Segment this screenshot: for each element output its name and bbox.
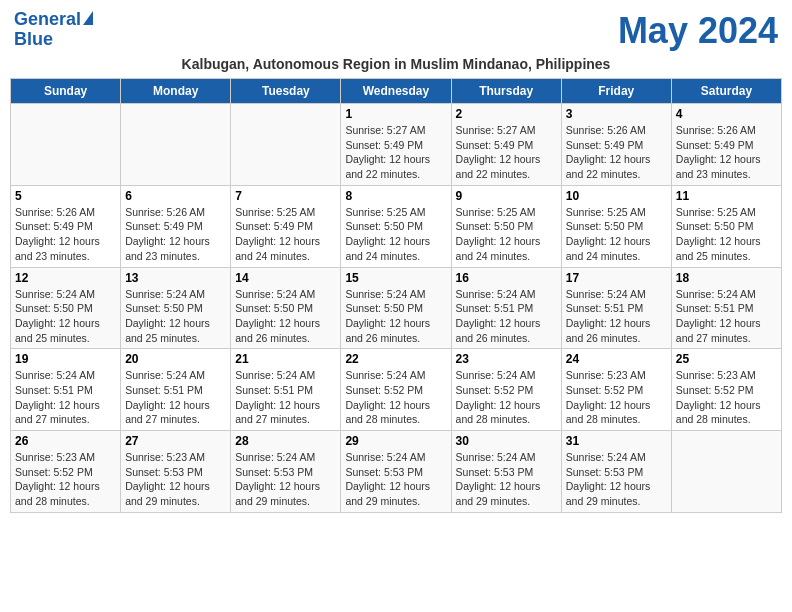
day-number: 9 [456,189,557,203]
weekday-header-saturday: Saturday [671,79,781,104]
calendar-week-row: 1Sunrise: 5:27 AMSunset: 5:49 PMDaylight… [11,104,782,186]
calendar-week-row: 12Sunrise: 5:24 AMSunset: 5:50 PMDayligh… [11,267,782,349]
day-number: 8 [345,189,446,203]
calendar-subtitle: Kalbugan, Autonomous Region in Muslim Mi… [10,56,782,72]
calendar-cell: 8Sunrise: 5:25 AMSunset: 5:50 PMDaylight… [341,185,451,267]
page-header: General Blue May 2024 [10,10,782,52]
calendar-cell [121,104,231,186]
day-number: 12 [15,271,116,285]
calendar-cell: 12Sunrise: 5:24 AMSunset: 5:50 PMDayligh… [11,267,121,349]
calendar-cell: 29Sunrise: 5:24 AMSunset: 5:53 PMDayligh… [341,431,451,513]
day-info: Sunrise: 5:27 AMSunset: 5:49 PMDaylight:… [456,123,557,182]
day-info: Sunrise: 5:24 AMSunset: 5:50 PMDaylight:… [235,287,336,346]
day-info: Sunrise: 5:24 AMSunset: 5:51 PMDaylight:… [15,368,116,427]
day-number: 5 [15,189,116,203]
day-number: 18 [676,271,777,285]
day-number: 3 [566,107,667,121]
calendar-cell: 1Sunrise: 5:27 AMSunset: 5:49 PMDaylight… [341,104,451,186]
day-number: 1 [345,107,446,121]
calendar-cell: 30Sunrise: 5:24 AMSunset: 5:53 PMDayligh… [451,431,561,513]
day-number: 13 [125,271,226,285]
day-number: 7 [235,189,336,203]
calendar-cell: 15Sunrise: 5:24 AMSunset: 5:50 PMDayligh… [341,267,451,349]
day-info: Sunrise: 5:23 AMSunset: 5:53 PMDaylight:… [125,450,226,509]
day-number: 15 [345,271,446,285]
day-info: Sunrise: 5:27 AMSunset: 5:49 PMDaylight:… [345,123,446,182]
weekday-header-thursday: Thursday [451,79,561,104]
weekday-header-wednesday: Wednesday [341,79,451,104]
day-number: 23 [456,352,557,366]
day-number: 25 [676,352,777,366]
day-number: 22 [345,352,446,366]
day-number: 6 [125,189,226,203]
day-number: 28 [235,434,336,448]
calendar-cell [231,104,341,186]
day-number: 16 [456,271,557,285]
day-info: Sunrise: 5:24 AMSunset: 5:51 PMDaylight:… [566,287,667,346]
calendar-cell: 27Sunrise: 5:23 AMSunset: 5:53 PMDayligh… [121,431,231,513]
calendar-cell: 2Sunrise: 5:27 AMSunset: 5:49 PMDaylight… [451,104,561,186]
day-info: Sunrise: 5:25 AMSunset: 5:50 PMDaylight:… [676,205,777,264]
day-number: 26 [15,434,116,448]
day-info: Sunrise: 5:24 AMSunset: 5:53 PMDaylight:… [566,450,667,509]
day-info: Sunrise: 5:23 AMSunset: 5:52 PMDaylight:… [566,368,667,427]
weekday-header-tuesday: Tuesday [231,79,341,104]
logo-text: General [14,10,93,30]
calendar-week-row: 26Sunrise: 5:23 AMSunset: 5:52 PMDayligh… [11,431,782,513]
calendar-cell: 26Sunrise: 5:23 AMSunset: 5:52 PMDayligh… [11,431,121,513]
day-info: Sunrise: 5:24 AMSunset: 5:53 PMDaylight:… [235,450,336,509]
day-info: Sunrise: 5:24 AMSunset: 5:53 PMDaylight:… [345,450,446,509]
calendar-cell: 24Sunrise: 5:23 AMSunset: 5:52 PMDayligh… [561,349,671,431]
day-info: Sunrise: 5:26 AMSunset: 5:49 PMDaylight:… [566,123,667,182]
day-number: 19 [15,352,116,366]
day-info: Sunrise: 5:25 AMSunset: 5:49 PMDaylight:… [235,205,336,264]
calendar-cell: 21Sunrise: 5:24 AMSunset: 5:51 PMDayligh… [231,349,341,431]
month-title: May 2024 [618,10,778,52]
day-info: Sunrise: 5:23 AMSunset: 5:52 PMDaylight:… [676,368,777,427]
calendar-cell: 6Sunrise: 5:26 AMSunset: 5:49 PMDaylight… [121,185,231,267]
calendar-cell: 13Sunrise: 5:24 AMSunset: 5:50 PMDayligh… [121,267,231,349]
calendar-cell: 23Sunrise: 5:24 AMSunset: 5:52 PMDayligh… [451,349,561,431]
calendar-cell: 17Sunrise: 5:24 AMSunset: 5:51 PMDayligh… [561,267,671,349]
weekday-header-monday: Monday [121,79,231,104]
day-info: Sunrise: 5:26 AMSunset: 5:49 PMDaylight:… [15,205,116,264]
day-info: Sunrise: 5:24 AMSunset: 5:52 PMDaylight:… [345,368,446,427]
day-info: Sunrise: 5:24 AMSunset: 5:50 PMDaylight:… [125,287,226,346]
day-info: Sunrise: 5:26 AMSunset: 5:49 PMDaylight:… [676,123,777,182]
day-number: 21 [235,352,336,366]
day-info: Sunrise: 5:24 AMSunset: 5:51 PMDaylight:… [235,368,336,427]
day-info: Sunrise: 5:24 AMSunset: 5:51 PMDaylight:… [125,368,226,427]
calendar-cell: 9Sunrise: 5:25 AMSunset: 5:50 PMDaylight… [451,185,561,267]
day-number: 27 [125,434,226,448]
day-number: 10 [566,189,667,203]
calendar-table: SundayMondayTuesdayWednesdayThursdayFrid… [10,78,782,513]
day-info: Sunrise: 5:25 AMSunset: 5:50 PMDaylight:… [566,205,667,264]
calendar-cell: 7Sunrise: 5:25 AMSunset: 5:49 PMDaylight… [231,185,341,267]
calendar-cell: 25Sunrise: 5:23 AMSunset: 5:52 PMDayligh… [671,349,781,431]
day-number: 24 [566,352,667,366]
day-number: 29 [345,434,446,448]
day-info: Sunrise: 5:24 AMSunset: 5:52 PMDaylight:… [456,368,557,427]
day-info: Sunrise: 5:25 AMSunset: 5:50 PMDaylight:… [456,205,557,264]
calendar-cell: 11Sunrise: 5:25 AMSunset: 5:50 PMDayligh… [671,185,781,267]
day-info: Sunrise: 5:24 AMSunset: 5:51 PMDaylight:… [456,287,557,346]
day-info: Sunrise: 5:23 AMSunset: 5:52 PMDaylight:… [15,450,116,509]
weekday-header-friday: Friday [561,79,671,104]
day-info: Sunrise: 5:24 AMSunset: 5:50 PMDaylight:… [15,287,116,346]
calendar-cell [671,431,781,513]
day-number: 4 [676,107,777,121]
day-number: 31 [566,434,667,448]
logo-subtext: Blue [14,30,53,50]
calendar-cell [11,104,121,186]
calendar-cell: 3Sunrise: 5:26 AMSunset: 5:49 PMDaylight… [561,104,671,186]
day-info: Sunrise: 5:25 AMSunset: 5:50 PMDaylight:… [345,205,446,264]
day-number: 14 [235,271,336,285]
calendar-header: SundayMondayTuesdayWednesdayThursdayFrid… [11,79,782,104]
day-info: Sunrise: 5:24 AMSunset: 5:50 PMDaylight:… [345,287,446,346]
day-number: 30 [456,434,557,448]
calendar-cell: 20Sunrise: 5:24 AMSunset: 5:51 PMDayligh… [121,349,231,431]
calendar-cell: 10Sunrise: 5:25 AMSunset: 5:50 PMDayligh… [561,185,671,267]
calendar-cell: 4Sunrise: 5:26 AMSunset: 5:49 PMDaylight… [671,104,781,186]
weekday-header-row: SundayMondayTuesdayWednesdayThursdayFrid… [11,79,782,104]
day-number: 2 [456,107,557,121]
